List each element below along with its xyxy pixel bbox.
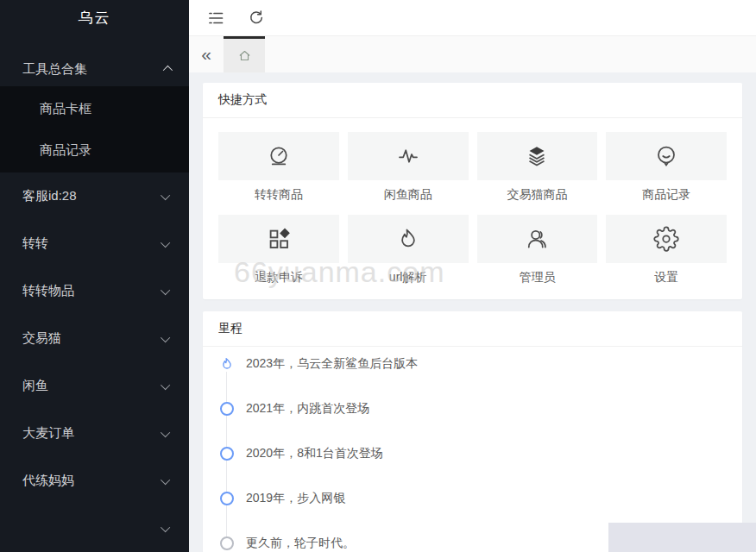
sidebar-item-service-id[interactable]: 客服id:28	[0, 172, 189, 220]
timeline-text: 2020年，8和1台首次登场	[246, 446, 383, 461]
shortcut-refund[interactable]: 退款申诉	[218, 215, 339, 287]
shortcut-label: 管理员	[519, 270, 555, 287]
milestones-card: 里程 2023年，乌云全新鲨鱼后台版本 2021年，内跳首次登场	[203, 311, 742, 552]
sidebar-item-label: 代练妈妈	[22, 473, 163, 489]
circle-marker-icon	[218, 447, 236, 461]
shortcut-product-record[interactable]: 商品记录	[606, 132, 727, 204]
sidebar-item-redacted[interactable]	[0, 505, 189, 552]
shortcut-label: 交易猫商品	[507, 187, 567, 204]
shortcut-label: 闲鱼商品	[384, 187, 432, 204]
shortcut-zhuanzhuan-goods[interactable]: 转转商品	[218, 132, 339, 204]
sidebar-item-jiaoyimao[interactable]: 交易猫	[0, 315, 189, 362]
refresh-icon[interactable]	[246, 9, 265, 28]
flame-icon	[348, 215, 469, 263]
shortcut-xianyu-goods[interactable]: 闲鱼商品	[348, 132, 469, 204]
sidebar-item-label: 转转物品	[22, 283, 163, 299]
timeline-text: 2023年，乌云全新鲨鱼后台版本	[246, 356, 418, 372]
sidebar-item-label: 转转	[22, 235, 163, 252]
sidebar-item-label: 交易猫	[22, 330, 163, 347]
users-icon	[477, 215, 598, 263]
shortcut-label: url解析	[389, 270, 427, 287]
layers-icon	[477, 132, 598, 180]
overlay-box	[608, 523, 756, 552]
shortcut-settings[interactable]: 设置	[606, 215, 727, 287]
tab-bar: «	[189, 36, 756, 72]
chevron-up-icon	[163, 66, 173, 75]
sidebar-group-tools[interactable]: 工具总合集	[0, 52, 189, 86]
shortcut-url-parse[interactable]: url解析	[348, 215, 469, 287]
circle-marker-icon	[218, 492, 236, 505]
sidebar: 乌云 工具总合集 商品卡框 商品记录 客服id:28 转转 转转物品 交易猫 闲…	[0, 0, 189, 552]
pulse-icon	[348, 132, 469, 180]
app-logo: 乌云	[0, 0, 189, 34]
submenu-item-label: 商品卡框	[40, 101, 91, 117]
shortcut-label: 商品记录	[642, 187, 690, 204]
timeline-item: 2021年，内跳首次登场	[218, 397, 727, 421]
circle-marker-muted-icon	[218, 536, 236, 550]
sidebar-item-product-record[interactable]: 商品记录	[0, 129, 189, 171]
flame-marker-icon	[218, 356, 236, 372]
sidebar-item-label: 闲鱼	[22, 378, 163, 394]
tab-home[interactable]	[224, 36, 265, 72]
sidebar-item-label: 大麦订单	[22, 425, 163, 442]
milestones-card-title: 里程	[203, 311, 742, 347]
main-content: 快捷方式 转转商品	[189, 72, 756, 552]
sidebar-item-xianyu[interactable]: 闲鱼	[0, 362, 189, 410]
shortcut-label: 退款申诉	[255, 270, 303, 287]
components-icon	[218, 215, 339, 263]
sidebar-submenu: 商品卡框 商品记录	[0, 86, 189, 172]
shortcuts-card-title: 快捷方式	[203, 83, 742, 118]
shortcut-admin[interactable]: 管理员	[477, 215, 598, 287]
sidebar-item-zhuanzhuan-goods[interactable]: 转转物品	[0, 267, 189, 315]
sidebar-item-label: 客服id:28	[22, 188, 163, 204]
home-icon	[237, 48, 252, 63]
sidebar-item-damai-orders[interactable]: 大麦订单	[0, 410, 189, 457]
chevron-down-icon	[161, 522, 170, 531]
shortcut-jiaoyimao-goods[interactable]: 交易猫商品	[477, 132, 598, 204]
timeline-text: 更久前，轮子时代。	[246, 536, 355, 551]
submenu-item-label: 商品记录	[40, 142, 91, 159]
gauge-icon	[218, 132, 339, 180]
gear-icon	[606, 215, 727, 263]
timeline-item: 2019年，步入网银	[218, 486, 727, 511]
shortcut-label: 设置	[654, 270, 678, 287]
circle-marker-icon	[218, 402, 236, 416]
timeline-item: 2020年，8和1台首次登场	[218, 442, 727, 466]
sidebar-group-label: 工具总合集	[22, 61, 163, 78]
tabs-collapse-button[interactable]: «	[189, 36, 224, 72]
timeline-text: 2019年，步入网银	[246, 491, 345, 506]
smiley-balloon-icon	[606, 132, 727, 180]
timeline-item: 2023年，乌云全新鲨鱼后台版本	[218, 352, 727, 376]
sidebar-item-dailian-mama[interactable]: 代练妈妈	[0, 457, 189, 505]
timeline-text: 2021年，内跳首次登场	[246, 401, 369, 417]
shortcuts-grid: 转转商品 闲鱼商品	[218, 132, 727, 287]
topbar	[189, 0, 756, 36]
shortcuts-card: 快捷方式 转转商品	[203, 83, 742, 299]
collapse-menu-icon[interactable]	[206, 9, 225, 28]
shortcut-label: 转转商品	[255, 187, 303, 204]
sidebar-item-zhuanzhuan[interactable]: 转转	[0, 220, 189, 267]
sidebar-item-product-card[interactable]: 商品卡框	[0, 88, 189, 129]
